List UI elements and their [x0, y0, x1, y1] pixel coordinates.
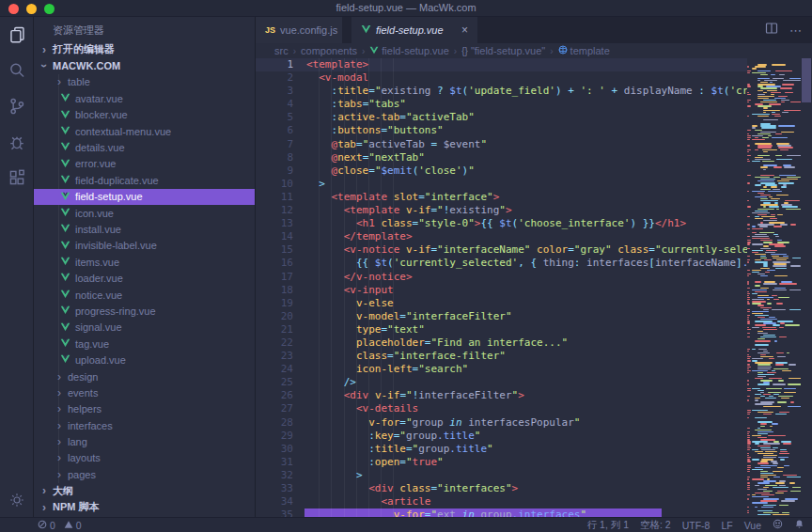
more-actions-icon[interactable]: ⋯	[789, 23, 803, 38]
tree-item-design[interactable]: ›design	[34, 368, 255, 384]
tree-item-interfaces[interactable]: ›interfaces	[34, 417, 255, 433]
breadcrumb-item[interactable]: template	[558, 45, 610, 56]
code-line: <v-details	[306, 402, 747, 415]
breadcrumb-label: "field-setup.vue"	[471, 45, 545, 56]
code-line: <v-modal	[306, 71, 747, 85]
vue-file-icon	[60, 305, 70, 317]
vue-file-icon	[60, 289, 70, 301]
breadcrumb-label: src	[274, 45, 289, 56]
tree-item-label: layouts	[68, 452, 101, 463]
tree-item-icon-vue[interactable]: icon.vue	[34, 205, 255, 221]
zoom-window-button[interactable]	[44, 4, 55, 14]
open-editors-section[interactable]: › 打开的编辑器	[34, 41, 255, 57]
minimap[interactable]	[747, 58, 801, 517]
tree-item-blocker-vue[interactable]: blocker.vue	[34, 107, 255, 123]
source-control-icon[interactable]	[0, 88, 33, 124]
tab-field-setup-vue[interactable]: field-setup.vue ×	[351, 17, 477, 43]
sidebar-explorer: 资源管理器 › 打开的编辑器 › MACWK.COM ›tableavatar.…	[34, 17, 256, 517]
tree-item-notice-vue[interactable]: notice.vue	[34, 287, 255, 303]
vue-file-icon	[60, 273, 70, 284]
settings-gear-icon[interactable]	[0, 491, 33, 509]
open-editors-label: 打开的编辑器	[53, 42, 115, 56]
error-icon	[38, 520, 47, 531]
status-item[interactable]: 行 1, 列 1	[587, 519, 629, 532]
status-warning[interactable]: 0	[64, 520, 82, 531]
editor-scrollbar[interactable]	[801, 58, 812, 517]
breadcrumb-item[interactable]: src	[274, 45, 289, 56]
status-item[interactable]: Vue	[744, 520, 761, 531]
tree-item-tag-vue[interactable]: tag.vue	[34, 336, 255, 352]
tree-item-field-setup-vue[interactable]: field-setup.vue	[34, 189, 255, 205]
code-editor[interactable]: 1234567891011121314151617181920212223242…	[256, 58, 812, 517]
line-number: 3	[256, 85, 299, 98]
tree-item-avatar-vue[interactable]: avatar.vue	[34, 90, 255, 106]
scrollbar-thumb[interactable]	[802, 58, 811, 102]
tree-item-details-vue[interactable]: details.vue	[34, 139, 255, 155]
traffic-lights	[8, 4, 55, 14]
status-item[interactable]: UTF-8	[682, 520, 710, 531]
code-line: v-else	[306, 297, 747, 310]
workspace-section[interactable]: › MACWK.COM	[34, 57, 255, 73]
tab-vue-config-js[interactable]: JS vue.config.js	[256, 17, 342, 43]
chevron-down-icon: ›	[39, 61, 49, 70]
breadcrumb-item[interactable]: components	[301, 45, 357, 56]
status-item[interactable]: LF	[721, 520, 732, 531]
tree-item-table[interactable]: ›table	[34, 74, 255, 90]
code-line: class="interface-filter"	[306, 350, 747, 363]
tree-item-layouts[interactable]: ›layouts	[34, 450, 255, 466]
explorer-icon[interactable]	[0, 17, 33, 53]
status-count: 0	[76, 520, 82, 531]
file-tree: ›tableavatar.vueblocker.vuecontextual-me…	[34, 74, 255, 483]
code-line: v-model="interfaceFilter"	[306, 310, 747, 323]
code-line: type="text"	[306, 323, 747, 336]
notifications-bell-icon[interactable]	[794, 519, 804, 531]
line-number: 34	[256, 495, 299, 509]
tree-item-lang[interactable]: ›lang	[34, 433, 255, 449]
code-line: >	[306, 469, 747, 482]
tree-item-label: blocker.vue	[75, 109, 128, 120]
tree-item-label: items.vue	[75, 257, 119, 268]
chevron-right-icon: ›	[55, 404, 64, 414]
line-number: 12	[256, 204, 299, 217]
tree-item-loader-vue[interactable]: loader.vue	[34, 270, 255, 286]
breadcrumb-item[interactable]: {}"field-setup.vue"	[461, 45, 545, 56]
tree-item-label: interfaces	[68, 420, 113, 431]
npm-scripts-section[interactable]: › NPM 脚本	[34, 499, 255, 515]
close-window-button[interactable]	[8, 4, 19, 14]
status-item[interactable]: 空格: 2	[640, 519, 671, 532]
tree-item-events[interactable]: ›events	[34, 384, 255, 400]
code-line: </v-notice>	[306, 271, 747, 284]
debug-icon[interactable]	[0, 124, 33, 160]
tab-close-icon[interactable]: ×	[461, 23, 468, 37]
feedback-smiley-icon[interactable]	[773, 519, 783, 531]
tab-bar: JS vue.config.js field-setup.vue × ⋯	[256, 17, 812, 43]
breadcrumb-separator: ›	[550, 46, 553, 56]
line-number: 22	[256, 336, 299, 350]
tree-item-items-vue[interactable]: items.vue	[34, 254, 255, 270]
npm-scripts-label: NPM 脚本	[53, 500, 100, 514]
tree-item-label: contextual-menu.vue	[75, 126, 171, 137]
minimize-window-button[interactable]	[26, 4, 37, 14]
code-line: placeholder="Find an interface..."	[306, 336, 747, 350]
tree-item-contextual-menu-vue[interactable]: contextual-menu.vue	[34, 123, 255, 139]
code-line: <h1 class="style-0">{{ $t('choose_interf…	[306, 217, 747, 230]
tree-item-signal-vue[interactable]: signal.vue	[34, 320, 255, 336]
code-content: <template> <v-modal :title="existing ? $…	[306, 58, 747, 517]
line-number: 24	[256, 363, 299, 376]
outline-section[interactable]: › 大纲	[34, 483, 255, 499]
tree-item-invisible-label-vue[interactable]: invisible-label.vue	[34, 238, 255, 254]
tree-item-field-duplicate-vue[interactable]: field-duplicate.vue	[34, 172, 255, 188]
tree-item-progress-ring-vue[interactable]: progress-ring.vue	[34, 303, 255, 319]
tree-item-pages[interactable]: ›pages	[34, 466, 255, 482]
extensions-icon[interactable]	[0, 160, 33, 196]
search-icon[interactable]	[0, 53, 33, 88]
tree-item-upload-vue[interactable]: upload.vue	[34, 352, 255, 368]
tree-item-label: avatar.vue	[75, 93, 123, 104]
breadcrumb-item[interactable]: field-setup.vue	[369, 45, 449, 56]
tree-item-install-vue[interactable]: install.vue	[34, 221, 255, 237]
line-number: 35	[256, 509, 299, 517]
tree-item-error-vue[interactable]: error.vue	[34, 156, 255, 172]
status-error[interactable]: 0	[38, 520, 55, 531]
tree-item-helpers[interactable]: ›helpers	[34, 401, 255, 417]
split-editor-icon[interactable]	[765, 22, 778, 39]
